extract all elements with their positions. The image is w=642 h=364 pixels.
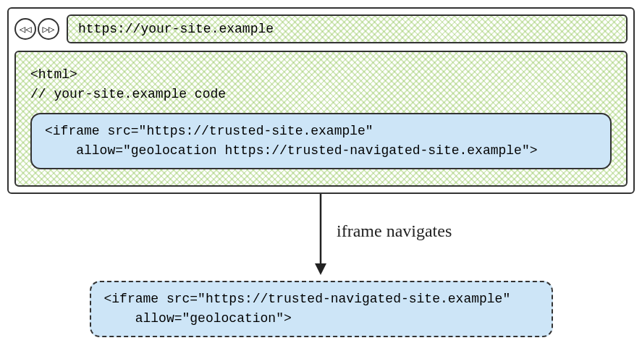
url-bar[interactable]: https://your-site.example bbox=[67, 14, 628, 43]
nav-buttons: ◁◁ ▷▷ bbox=[14, 18, 59, 40]
browser-viewport: <html> // your-site.example code <iframe… bbox=[14, 51, 628, 187]
arrow-label: iframe navigates bbox=[337, 221, 452, 241]
html-open-tag: <html> bbox=[30, 65, 612, 85]
rewind-icon: ◁◁ bbox=[20, 23, 32, 35]
browser-toolbar: ◁◁ ▷▷ https://your-site.example bbox=[14, 14, 628, 43]
forward-button[interactable]: ▷▷ bbox=[38, 18, 59, 40]
iframe-before-navigation: <iframe src="https://trusted-site.exampl… bbox=[30, 113, 612, 169]
navigation-arrow: iframe navigates bbox=[7, 194, 635, 281]
back-button[interactable]: ◁◁ bbox=[14, 18, 36, 40]
fastforward-icon: ▷▷ bbox=[43, 23, 55, 35]
svg-marker-1 bbox=[315, 263, 326, 275]
site-code-comment: // your-site.example code bbox=[30, 85, 612, 104]
arrow-icon bbox=[7, 194, 642, 281]
iframe-after-navigation: <iframe src="https://trusted-navigated-s… bbox=[90, 281, 553, 337]
browser-window: ◁◁ ▷▷ https://your-site.example <html> /… bbox=[7, 7, 635, 194]
